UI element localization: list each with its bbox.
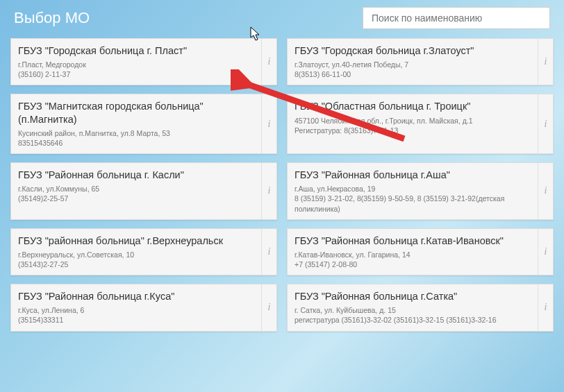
mo-address: г.Касли, ул.Коммуны, 65	[18, 184, 254, 194]
mo-phone: 8 (35159) 3-21-02, 8(35159) 9-50-59, 8 (…	[295, 194, 531, 213]
mo-address: г.Куса, ул.Ленина, 6	[18, 305, 254, 315]
mo-grid: ГБУЗ "Городская больница г. Пласт" г.Пла…	[0, 31, 564, 339]
mo-name: ГБУЗ "Областная больница г. Троицк"	[295, 100, 531, 112]
mo-name: ГБУЗ "Городская больница г. Пласт"	[18, 44, 254, 57]
mo-card[interactable]: ГБУЗ "Городская больница г.Златоуст" г.З…	[287, 38, 554, 85]
info-icon[interactable]: i	[538, 284, 553, 330]
mo-address: г.Пласт, Медгородок	[18, 60, 254, 69]
info-icon[interactable]: i	[261, 229, 276, 275]
mo-address: г.Златоуст, ул.40-летия Победы, 7	[295, 60, 531, 69]
page-title: Выбор МО	[14, 9, 90, 27]
mo-name: ГБУЗ "Районная больница г.Аша"	[295, 169, 531, 181]
mo-phone: Регистратура: 8(35163)7-71-13	[295, 126, 531, 135]
mo-phone: +7 (35147) 2-08-80	[295, 259, 531, 269]
mo-card[interactable]: ГБУЗ "Районная больница г.Аша" г.Аша, ул…	[287, 162, 554, 220]
mo-card[interactable]: ГБУЗ "Областная больница г. Троицк" 4571…	[287, 94, 554, 154]
mo-card[interactable]: ГБУЗ "Районная больница г.Катав-Ивановск…	[287, 228, 554, 275]
info-icon[interactable]: i	[261, 284, 276, 330]
mo-address: г.Катав-Ивановск, ул. Гагарина, 14	[295, 250, 531, 259]
mo-card[interactable]: ГБУЗ "Магнитская городская больница" (п.…	[10, 94, 277, 154]
search-input[interactable]	[363, 7, 550, 29]
info-icon[interactable]: i	[538, 39, 553, 85]
mo-address: 457100 Челябинская обл., г.Троицк, пл. М…	[295, 116, 531, 126]
mo-card[interactable]: ГБУЗ "Городская больница г. Пласт" г.Пла…	[10, 38, 277, 85]
mo-card[interactable]: ГБУЗ "Районная больница г. Касли" г.Касл…	[10, 162, 277, 220]
mo-phone: (35160) 2-11-37	[18, 69, 254, 79]
mo-address: г. Сатка, ул. Куйбышева, д. 15	[295, 305, 531, 315]
mo-card[interactable]: ГБУЗ "районная больница" г.Верхнеуральск…	[10, 228, 277, 275]
mo-name: ГБУЗ "Магнитская городская больница" (п.…	[18, 100, 254, 125]
mo-phone: (35154)33311	[18, 315, 254, 325]
info-icon[interactable]: i	[538, 94, 553, 153]
mo-phone: (35143)2-27-25	[18, 259, 254, 269]
info-icon[interactable]: i	[538, 229, 553, 275]
mo-phone: 8(3513) 66-11-00	[295, 69, 531, 79]
mo-card[interactable]: ГБУЗ "Районная больница г.Куса" г.Куса, …	[10, 284, 277, 331]
mo-address: Кусинский район, п.Магнитка, ул.8 Марта,…	[18, 128, 254, 138]
mo-address: г.Аша, ул.Некрасова, 19	[295, 184, 531, 194]
mo-phone: (35149)2-25-57	[18, 194, 254, 203]
mo-card[interactable]: ГБУЗ "Районная больница г.Сатка" г. Сатк…	[287, 284, 554, 331]
info-icon[interactable]: i	[261, 94, 276, 153]
info-icon[interactable]: i	[538, 163, 553, 219]
mo-phone: 83515435646	[18, 138, 254, 148]
mo-phone: регистратура (35161)3-32-02 (35161)3-32-…	[295, 315, 531, 325]
info-icon[interactable]: i	[261, 39, 276, 85]
mo-name: ГБУЗ "Городская больница г.Златоуст"	[295, 44, 531, 57]
mo-name: ГБУЗ "Районная больница г.Куса"	[18, 290, 254, 302]
info-icon[interactable]: i	[261, 163, 276, 219]
mo-name: ГБУЗ "Районная больница г. Касли"	[18, 169, 254, 181]
mo-name: ГБУЗ "Районная больница г.Сатка"	[295, 290, 531, 302]
mo-name: ГБУЗ "Районная больница г.Катав-Ивановск…	[295, 235, 531, 247]
mo-address: г.Верхнеуральск, ул.Советская, 10	[18, 250, 254, 259]
mo-name: ГБУЗ "районная больница" г.Верхнеуральск	[18, 235, 254, 247]
